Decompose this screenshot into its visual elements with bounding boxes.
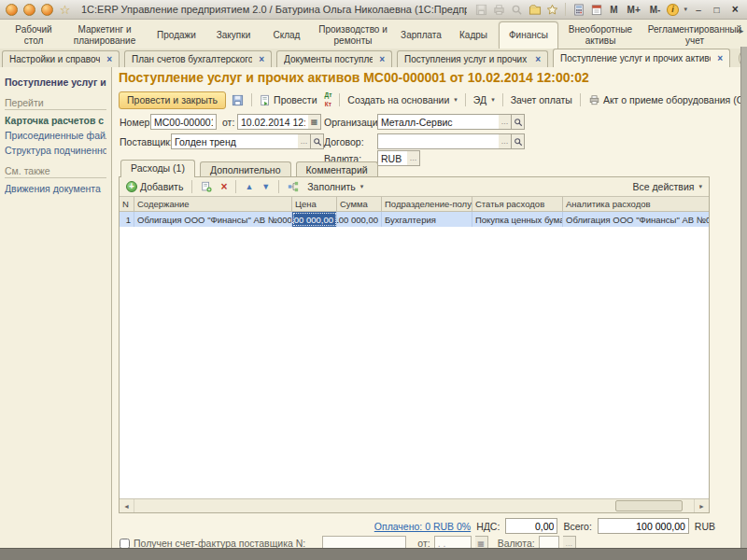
sections-scroll-right-icon[interactable]: ►	[738, 27, 745, 35]
cell-sum[interactable]: 100 000,00	[337, 212, 382, 227]
scroll-right-icon[interactable]: ►	[695, 503, 709, 510]
vat-field[interactable]	[505, 518, 557, 534]
section-hr[interactable]: Кадры	[448, 21, 499, 49]
tab-close-icon[interactable]: ×	[717, 53, 723, 63]
tab-expenses[interactable]: Расходы (1)	[120, 160, 195, 177]
section-fixed-assets[interactable]: Внеоборотные активы	[558, 21, 642, 49]
maximize-button[interactable]: □	[710, 3, 725, 17]
calendar-icon[interactable]	[589, 3, 603, 17]
table-row[interactable]: 1 Облигация ООО "Финансы" АВ №000214 100…	[120, 212, 709, 227]
equipment-act-button[interactable]: Акт о приеме оборудования (ОС-14)	[586, 93, 747, 106]
column-header-price[interactable]: Цена	[292, 197, 337, 211]
sidebar-link-document-movements[interactable]: Движения документа	[5, 183, 106, 194]
post-and-close-button[interactable]: Провести и закрыть	[119, 91, 226, 109]
cell-n[interactable]: 1	[120, 212, 134, 227]
section-regulated[interactable]: Регламентированный учет	[642, 21, 747, 49]
tab-service-receipt-document[interactable]: Поступление услуг и прочих активов МС...…	[553, 49, 730, 67]
tab-chart-of-accounts[interactable]: План счетов бухгалтерского учета ×	[124, 50, 272, 67]
create-based-on-button[interactable]: Создать на основании ▾	[345, 93, 458, 106]
section-finance[interactable]: Финансы	[499, 21, 558, 49]
organization-search-button[interactable]	[512, 114, 525, 130]
supplier-select-button[interactable]: …	[298, 133, 311, 149]
number-field[interactable]	[150, 114, 217, 130]
fill-button[interactable]: Заполнить ▾	[305, 180, 365, 193]
total-field[interactable]	[598, 518, 689, 534]
forward-icon[interactable]	[40, 3, 54, 17]
ed-button[interactable]: ЭД ▾	[472, 93, 497, 106]
section-warehouse[interactable]: Склад	[261, 21, 312, 49]
section-purchases[interactable]: Закупки	[205, 21, 261, 49]
memory-m-button[interactable]: M	[607, 5, 620, 15]
organization-select-button[interactable]: …	[499, 114, 512, 130]
favorites-icon[interactable]: ☆	[58, 3, 72, 17]
expense-split-button[interactable]	[286, 180, 301, 193]
paid-link[interactable]: Оплачено: 0 RUB 0%	[374, 521, 471, 532]
move-up-button[interactable]: ▲	[243, 181, 255, 192]
section-salary[interactable]: Зарплата	[394, 21, 448, 49]
cell-expense-item[interactable]: Покупка ценных бумаг	[472, 212, 563, 227]
memory-plus-button[interactable]: M+	[625, 5, 643, 15]
close-button[interactable]: ×	[727, 3, 742, 17]
copy-row-button[interactable]	[199, 180, 214, 193]
sidebar-link-settlement-card[interactable]: Карточка расчетов с ...	[5, 115, 106, 126]
calculator-icon[interactable]	[571, 3, 585, 17]
section-desktop[interactable]: Рабочий стол	[6, 21, 62, 49]
date-picker-button[interactable]: ▦	[308, 114, 321, 130]
column-header-sum[interactable]: Сумма	[337, 197, 382, 211]
tab-close-icon[interactable]: ×	[259, 54, 264, 64]
delete-row-button[interactable]: ×	[218, 179, 229, 194]
info-icon[interactable]: i	[667, 4, 678, 16]
tab-receipt-documents[interactable]: Документы поступления ×	[276, 50, 392, 67]
info-dropdown-icon[interactable]: ▾	[684, 6, 688, 13]
add-row-button[interactable]: + Добавить	[124, 180, 185, 193]
column-header-expense-item[interactable]: Статья расходов	[472, 197, 563, 211]
horizontal-scrollbar[interactable]: ◄ ►	[120, 498, 709, 512]
save-button[interactable]	[230, 93, 246, 107]
supplier-field[interactable]	[171, 133, 299, 149]
section-marketing[interactable]: Маркетинг и планирование	[62, 21, 148, 49]
minimize-button[interactable]: –	[691, 3, 706, 17]
sidebar-link-attached-files[interactable]: Присоединенные файлы	[5, 130, 106, 141]
tab-close-icon[interactable]: ×	[106, 54, 112, 64]
tab-close-icon[interactable]: ×	[379, 54, 385, 64]
history-icon[interactable]	[528, 3, 542, 17]
cell-content[interactable]: Облигация ООО "Финансы" АВ №000214	[134, 212, 292, 227]
scrollbar-track[interactable]	[134, 499, 695, 512]
cell-department[interactable]: Бухгалтерия	[382, 212, 472, 227]
currency-select-button[interactable]: …	[407, 150, 420, 166]
memory-minus-button[interactable]: M-	[647, 5, 664, 15]
contract-search-button[interactable]	[512, 133, 525, 149]
tab-additional[interactable]: Дополнительно	[200, 161, 291, 177]
currency-field[interactable]	[377, 150, 408, 166]
dt-kt-button[interactable]: Дт Кт	[323, 91, 334, 108]
contract-field[interactable]	[377, 133, 500, 149]
organization-field[interactable]	[377, 114, 500, 130]
tab-comment[interactable]: Комментарий	[296, 161, 378, 177]
cell-analytics[interactable]: Облигация ООО "Финансы" АВ №000214	[563, 212, 709, 227]
contract-select-button[interactable]: …	[499, 133, 512, 149]
tab-settings[interactable]: Настройки и справочники ×	[2, 50, 120, 67]
post-button[interactable]: Провести	[258, 93, 318, 107]
sidebar-link-subordination[interactable]: Структура подчиненности	[5, 145, 106, 156]
section-sales[interactable]: Продажи	[148, 21, 205, 49]
scroll-left-icon[interactable]: ◄	[120, 503, 134, 510]
add-favorite-icon[interactable]	[545, 3, 559, 17]
supplier-search-button[interactable]	[311, 133, 324, 149]
column-header-department[interactable]: Подразделение-получатель	[382, 197, 472, 211]
cell-price-selected[interactable]: 100 000,00	[292, 212, 337, 227]
column-header-n[interactable]: N	[120, 197, 134, 211]
column-header-content[interactable]: Содержание	[134, 197, 292, 211]
form-tab-strip: Расходы (1) Дополнительно Комментарий	[120, 160, 378, 177]
app-menu-icon[interactable]	[5, 3, 19, 17]
back-icon[interactable]	[22, 3, 36, 17]
column-header-analytics[interactable]: Аналитика расходов	[563, 197, 709, 211]
section-production[interactable]: Производство и ремонты	[312, 21, 394, 49]
tab-close-icon[interactable]: ×	[535, 54, 541, 64]
scrollbar-thumb[interactable]	[615, 500, 683, 511]
date-field[interactable]	[237, 114, 309, 130]
payment-offset-button[interactable]: Зачет оплаты	[509, 93, 574, 106]
grid-all-actions-button[interactable]: Все действия ▾	[630, 180, 704, 193]
tab-service-receipts-list[interactable]: Поступления услуг и прочих активов ×	[397, 50, 548, 67]
invoice-received-checkbox[interactable]	[120, 539, 130, 549]
move-down-button[interactable]: ▼	[260, 181, 272, 192]
